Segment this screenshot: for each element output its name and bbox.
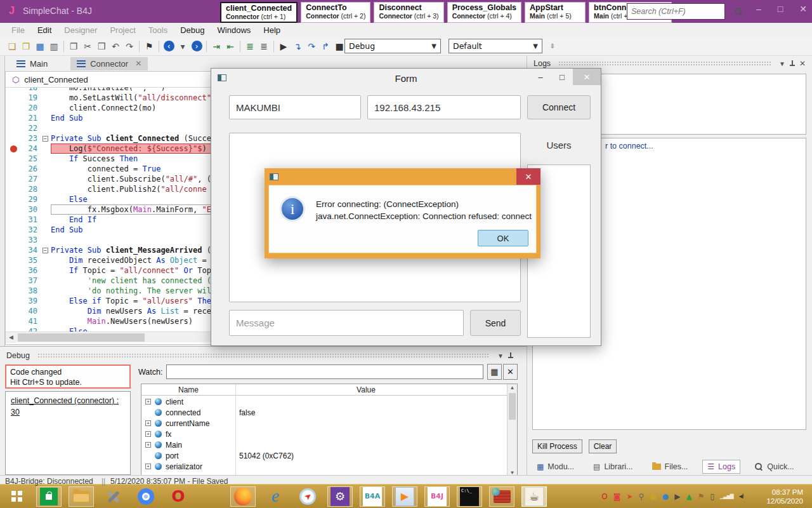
scrollbar-thumb[interactable] [18,333,145,342]
form-maximize-button[interactable]: □ [551,69,573,85]
alert-tray-icon[interactable]: ◙ [613,493,621,500]
maximize-button[interactable]: □ [778,4,783,14]
variables-table[interactable]: Name Value +clientconnectedfalse+current… [141,384,518,477]
step-over-icon[interactable]: ↷ [304,39,318,53]
build-config-select[interactable]: Default▼ [449,39,542,53]
breakpoint-margin[interactable] [6,265,21,276]
call-stack-list[interactable]: client_Connected (connector) : 30 [5,391,131,475]
panel-menu-icon[interactable]: ▼ [497,352,504,359]
launch-tray-icon[interactable]: ➤ [626,493,632,500]
cut-icon[interactable]: ✂ [81,39,95,53]
navigate-back-icon[interactable]: ‹ [162,39,176,53]
tab-modu[interactable]: ▦Modu... [532,460,579,473]
message-field[interactable] [229,310,464,336]
bookmark-icon[interactable]: ⚑ [142,39,156,53]
network-flag-tray-icon[interactable]: ⚑ [698,493,705,500]
breakpoint-margin[interactable] [6,296,21,306]
store-icon[interactable] [36,486,62,507]
breakpoint-margin[interactable] [6,255,21,265]
watch-input[interactable] [166,364,483,379]
breakpoint-margin[interactable] [6,144,21,154]
variable-row-fx[interactable]: +fx [141,429,508,439]
indent-icon[interactable]: ⇥ [209,39,223,53]
breakpoint-margin[interactable] [6,123,21,133]
breakpoint-margin[interactable] [6,245,21,255]
uncomment-icon[interactable]: ≣ [257,39,271,53]
breakpoint-margin[interactable] [6,88,21,93]
menu-item-project[interactable]: Project [103,25,141,35]
chromium-icon[interactable] [133,486,159,507]
variable-row-Main[interactable]: +Main [141,439,508,450]
breakpoint-margin[interactable] [6,133,21,144]
quick-tab-AppStart[interactable]: AppStartMain (ctrl + 5) [525,2,586,23]
menu-item-tools[interactable]: Tools [142,25,174,35]
ip-address-field[interactable] [367,95,521,119]
b4a-icon[interactable]: B4A [360,486,385,507]
scroll-up-icon[interactable]: ▲ [508,385,517,391]
close-button[interactable]: ✕ [799,4,807,14]
back-history-dropdown-icon[interactable]: ▾ [176,39,190,53]
breakpoint-margin[interactable] [6,194,21,204]
undo-icon[interactable]: ↶ [108,39,122,53]
expand-icon[interactable]: + [145,442,151,448]
variable-row-client[interactable]: +client [141,396,508,407]
redo-icon[interactable]: ↷ [122,39,136,53]
firewall-icon[interactable] [489,486,514,507]
scrollbar-thumb[interactable] [509,393,516,420]
update-tray-icon[interactable]: ● [662,493,669,500]
variable-row-currentName[interactable]: +currentName [141,418,508,429]
doc-tab-connector[interactable]: Connector✕ [70,57,148,70]
internet-explorer-icon[interactable]: e [263,486,288,507]
toolbar-overflow-icon[interactable]: ⇟ [549,42,555,50]
tab-files[interactable]: Files... [648,460,693,473]
opera-icon[interactable]: O [166,486,191,507]
firefox-icon[interactable] [230,486,256,507]
taskbar-clock[interactable]: 08:37 PM 12/05/2020 [751,488,803,505]
tab-logs[interactable]: ☰Logs [702,460,740,474]
send-button[interactable]: Send [470,310,521,336]
breakpoint-icon[interactable] [10,145,17,152]
dialog-close-button[interactable]: ✕ [516,168,540,185]
breakpoint-margin[interactable] [6,286,21,296]
save-icon[interactable]: ▦ [33,39,47,53]
close-panel-icon[interactable]: ✕ [799,59,806,68]
breakpoint-margin[interactable] [6,204,21,215]
connect-button[interactable]: Connect [527,95,591,119]
step-into-icon[interactable]: ↴ [291,39,304,53]
notepad-icon[interactable] [198,486,223,507]
run-icon[interactable]: ▶ [277,39,291,53]
comment-icon[interactable]: ≣ [243,39,257,53]
fold-collapse-icon[interactable]: − [43,136,48,142]
breakpoint-margin[interactable] [6,215,21,225]
breakpoint-margin[interactable] [6,93,21,103]
search-box[interactable] [627,3,725,20]
minimize-button[interactable]: – [756,4,761,14]
tab-find all[interactable]: ⚑Find All... [809,460,812,473]
breakpoint-margin[interactable] [6,174,21,184]
breakpoint-margin[interactable] [6,154,21,164]
expand-icon[interactable]: + [145,420,151,426]
variable-row-port[interactable]: port51042 (0xC762) [141,450,508,461]
disc-tray-icon[interactable]: ● [650,493,656,500]
expand-icon[interactable]: + [145,464,151,469]
clear-watch-icon[interactable]: ✕ [503,364,518,380]
open-project-icon[interactable]: ❐ [19,39,33,53]
device-tray-icon[interactable]: ▯ [710,493,715,500]
pin-icon[interactable] [508,352,514,359]
form-title-bar[interactable]: Form – □ ✕ [211,69,601,88]
menu-item-debug[interactable]: Debug [174,25,211,35]
breakpoint-margin[interactable] [6,225,21,235]
breakpoint-margin[interactable] [6,113,21,123]
usb-tray-icon[interactable]: ⚲ [639,493,645,500]
quick-tab-Disconnect[interactable]: DisconnectConnector (ctrl + 3) [374,2,443,23]
doc-tab-main[interactable]: Main [10,57,54,70]
b4j-icon[interactable]: B4J [424,486,450,507]
start-button[interactable] [4,486,29,507]
evaluate-icon[interactable]: ▦ [487,364,502,380]
pin-icon[interactable] [789,60,796,67]
breakpoint-margin[interactable] [6,103,21,113]
fold-collapse-icon[interactable]: − [43,248,48,253]
signal-tray-icon[interactable]: ▁▃▅▇ [720,494,733,499]
breakpoint-margin[interactable] [6,235,21,245]
breakpoint-margin[interactable] [6,276,21,286]
